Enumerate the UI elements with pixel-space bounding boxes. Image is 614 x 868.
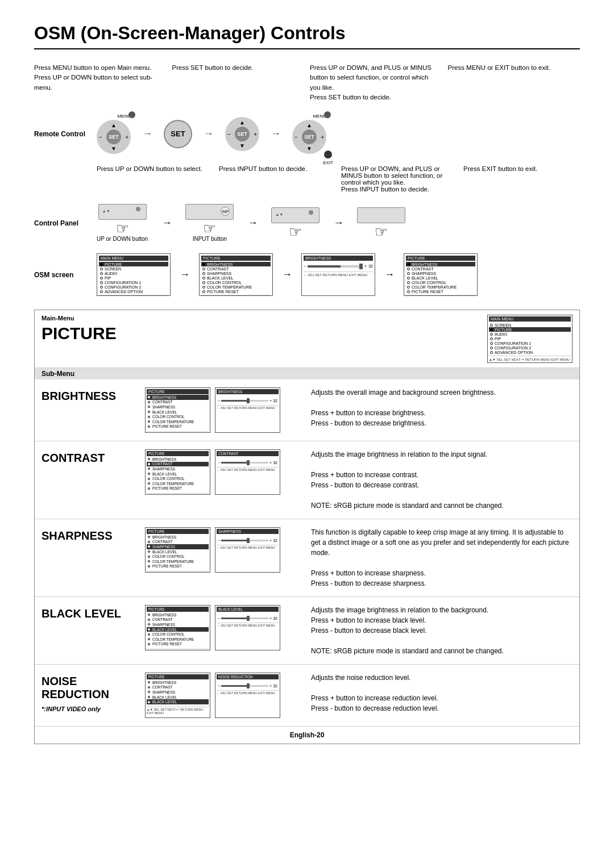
tiny-s-pr: PICTURE RESET (147, 564, 209, 569)
dpad-circle-1: ▲ ▼ − + SET (97, 120, 131, 154)
osm-pic2-colortemp: COLOR TEMPERATURE (406, 285, 475, 289)
osm-pic-blacklevel: BLACK LEVEL (201, 276, 271, 280)
tiny-s-brightness: BRIGHTNESS (147, 535, 209, 540)
panel-arrows-3: ▲▼ (275, 212, 283, 216)
tiny-nr-brightness: BRIGHTNESS (147, 680, 209, 685)
pbullet-1 (202, 263, 205, 266)
remote-controls: MENU ▲ ▼ − + SET → SET → ▲ ▼ − + SET → (97, 114, 580, 154)
up-arrow-2: ▲ (239, 119, 245, 126)
tiny-footer-bls: ← ADJ SET RETURN MENU EXIT MENU (217, 623, 279, 627)
tiny-s-ct: COLOR TEMPERATURE (147, 559, 209, 564)
tsh-val: 32 (273, 539, 277, 542)
panel-button-1 (136, 207, 140, 211)
ts-val: 32 (273, 399, 277, 403)
remote-bottom-instrs: Press UP or DOWN button to select. Press… (97, 165, 580, 193)
tiny-nr-contrast: CONTRAST (147, 685, 209, 690)
tiny-bl-blacklevel: BLACK LEVEL (147, 627, 209, 632)
panel-rect-1: ▲▼ (98, 204, 147, 220)
osm-screen-row: OSM screen MAIN MENU PICTURE SCREEN AUDI… (34, 253, 580, 296)
panel-arrows-1: ▲▼ (102, 209, 110, 213)
panel-arrow-2: → (247, 217, 258, 229)
panel-arrow-1: → (161, 217, 172, 229)
osm-pic2-colorcontrol: COLOR CONTROL (406, 280, 475, 285)
tiny-title-brightness: PICTURE (147, 389, 209, 394)
tiny-title-nr: PICTURE (147, 674, 209, 679)
mini-item-screen: SCREEN (489, 323, 571, 327)
osm-footer-3: ← ADJ SET RETURN MENU EXIT MENU (304, 272, 373, 277)
tiny-nr-bar: − + 32 (218, 684, 277, 688)
feature-screens-sharpness: PICTURE BRIGHTNESS CONTRAST SHARPNESS BL… (145, 527, 304, 573)
panel-device-1: ▲▼ ☞ UP or DOWN button (97, 204, 148, 242)
pbullet-7 (202, 290, 205, 293)
osm-pic-colortemp: COLOR TEMPERATURE (201, 285, 271, 289)
osm-brightness-slider: BRIGHTNESS − + 32 ← ADJ SET RETURN MENU … (301, 253, 375, 296)
osm-item-config2: CONFIGURATION 2 (99, 285, 168, 289)
osm-picture-menu-screen-2: PICTURE BRIGHTNESS CONTRAST SHARPNESS BL… (404, 253, 478, 296)
right-arrow-1: + (125, 134, 128, 140)
tiny-track-c (221, 462, 268, 464)
picture-title: PICTURE (42, 324, 476, 343)
feature-desc-sharpness: This function is digitally capable to ke… (311, 527, 572, 589)
osm-picture-title: PICTURE (201, 256, 271, 261)
p2bullet-4 (407, 277, 410, 279)
tiny-thumb-c (247, 460, 250, 465)
exit-dot-3 (324, 151, 332, 158)
tiny-blacklevel-bar: − + 32 (218, 616, 277, 620)
mini-main-title: MAIN MENU (489, 316, 571, 322)
up-down-label: UP or DOWN button (97, 236, 148, 242)
mini-b3 (490, 337, 493, 340)
tiny-footer-sh: ▲▼ SEL SET NEXT ↵ RETURN MENU EXIT MENU (147, 571, 209, 573)
osm-item-advoption: ADVANCED OPTION (99, 289, 168, 294)
dpad-circle-2: ▲ ▼ − + SET (225, 117, 259, 151)
tc-plus: + (269, 461, 272, 465)
main-menu-mini-screen: MAIN MENU SCREEN PICTURE AUDIO PIP CONFI… (487, 315, 572, 363)
p2bullet-6 (407, 286, 410, 289)
tiny-contrast-bar: − + 32 (218, 461, 277, 465)
set-inner-2: SET (235, 127, 250, 141)
mini-item-picture: PICTURE (489, 327, 571, 332)
bullet-5 (100, 281, 103, 284)
down-arrow-1: ▼ (111, 145, 117, 152)
tiny-bl-contrast: CONTRAST (147, 617, 209, 623)
feature-desc-blacklevel: Adjusts the image brightness in relation… (311, 605, 572, 656)
osm-main-title: MAIN MENU (99, 256, 168, 261)
bullet-3 (100, 272, 103, 275)
osm-footer-2: ▲▼ SEL SET NEXT ↵ RETURN MENU EXIT MENU (201, 295, 271, 296)
slider-value: 32 (368, 264, 373, 268)
input-label: INPUT button (193, 236, 227, 242)
osm-arrow-1: → (180, 269, 190, 281)
left-arrow-2: − (227, 131, 231, 137)
osm-picture-menu-screen: PICTURE BRIGHTNESS CONTRAST SHARPNESS BL… (199, 253, 273, 296)
hand-icon-4: ☞ (375, 224, 388, 239)
feature-row-contrast: CONTRAST PICTURE BRIGHTNESS CONTRAST SHA… (35, 441, 579, 519)
tiny-bl-sharpness: SHARPNESS (147, 622, 209, 627)
set-button: SET (164, 120, 192, 148)
slider-fill-1 (308, 265, 341, 268)
binstr-1: Press UP or DOWN button to select. (97, 165, 213, 193)
mini-item-c1: CONFIGURATION 1 (489, 341, 571, 345)
feature-name-sharpness: SHARPNESS (42, 527, 138, 542)
top-instructions: Press MENU button to open Main menu.Pres… (34, 63, 580, 102)
tiny-fill-nr (221, 685, 247, 687)
tiny-thumb-sh (247, 538, 250, 543)
instr-col-4: Press MENU or EXIT button to exit. (442, 63, 580, 102)
tiny-thumb-b (247, 398, 250, 403)
tiny-bl-brightness: BRIGHTNESS (147, 612, 209, 617)
tiny-c-contrast: CONTRAST (147, 462, 209, 467)
mini-footer: ▲▼ SEL SET NEXT ↵ RETURN MENU EXIT MENU (489, 356, 571, 361)
tiny-nr-bl: BLACK LEVEL (147, 695, 209, 700)
feature-screens-brightness: PICTURE BRIGHTNESS CONTRAST SHARPNESS BL… (145, 387, 304, 433)
mini-b4 (490, 342, 493, 345)
ts-minus: − (218, 399, 220, 403)
feature-row-brightness: BRIGHTNESS PICTURE BRIGHTNESS CONTRAST S… (35, 379, 579, 441)
page-title: OSM (On-Screen-Manager) Controls (34, 23, 580, 49)
osm-pic2-brightness: BRIGHTNESS (406, 262, 475, 266)
tbl-plus: + (269, 616, 272, 620)
osm-pic-contrast: CONTRAST (201, 266, 271, 271)
feature-screens-noisereduction: PICTURE BRIGHTNESS CONTRAST SHARPNESS BL… (145, 673, 304, 718)
up-arrow-3: ▲ (306, 122, 312, 128)
osm-item-picture: PICTURE (99, 262, 168, 266)
bullet-6 (100, 286, 103, 289)
osm-screen-label: OSM screen (34, 271, 97, 279)
osm-arrow-3: → (384, 269, 395, 281)
